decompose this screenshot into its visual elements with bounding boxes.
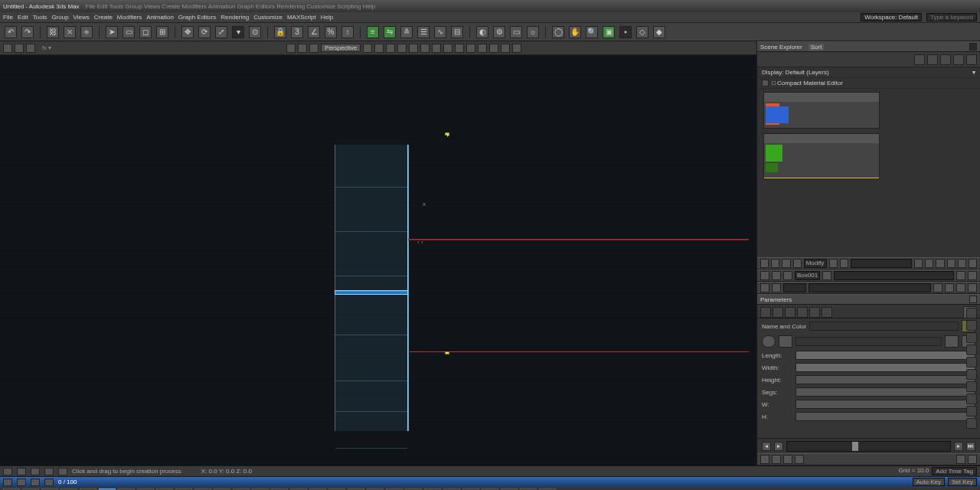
lowbar-b-icon[interactable] xyxy=(17,479,26,486)
pt-j-icon[interactable] xyxy=(947,259,956,268)
maxview-b-icon[interactable]: ▪ xyxy=(619,26,632,38)
scale-icon[interactable]: ⤢ xyxy=(215,26,227,38)
pt-field-modify[interactable]: Modify xyxy=(804,259,827,268)
menu-grapheditors[interactable]: Graph Editors xyxy=(178,14,216,21)
pt2-field-wide[interactable] xyxy=(834,271,954,280)
pt3-f-icon[interactable] xyxy=(968,283,977,292)
pt-a-icon[interactable] xyxy=(760,259,769,268)
time-slider-track[interactable] xyxy=(786,441,951,452)
pt3-field[interactable] xyxy=(783,283,806,292)
rotate-icon[interactable]: ⟳ xyxy=(198,26,211,38)
zoom-icon[interactable]: 🔍 xyxy=(586,26,598,38)
link-icon[interactable]: ⛓ xyxy=(47,26,59,38)
rect-select-icon[interactable]: ◻ xyxy=(139,26,152,38)
tab-utilities-icon[interactable] xyxy=(822,307,832,318)
panel-opt-icon[interactable] xyxy=(969,43,977,51)
pt3-d-icon[interactable] xyxy=(945,283,954,292)
se-view-d-icon[interactable] xyxy=(953,54,964,65)
side-lock-icon[interactable] xyxy=(966,320,977,331)
menu-views[interactable]: Views xyxy=(74,14,90,21)
checkbox-icon[interactable] xyxy=(762,80,769,87)
redo-icon[interactable]: ↷ xyxy=(21,26,34,38)
pt3-c-icon[interactable] xyxy=(933,283,942,292)
status-a-icon[interactable] xyxy=(3,468,12,475)
refcoord-icon[interactable]: ▾ xyxy=(232,26,244,38)
pt-e-icon[interactable] xyxy=(829,259,838,268)
menu-maxscript[interactable]: MAXScript xyxy=(287,14,316,21)
pivot-icon[interactable]: ⊙ xyxy=(249,26,261,38)
vp-cam-icon[interactable] xyxy=(432,44,441,53)
vp-light-icon[interactable] xyxy=(363,44,372,53)
vp-shade-icon[interactable] xyxy=(286,44,296,53)
vp-iso-icon[interactable] xyxy=(26,44,35,53)
cmd-dropdown[interactable] xyxy=(795,337,942,346)
vp-gamma-icon[interactable] xyxy=(455,44,464,53)
height-input[interactable] xyxy=(795,375,975,384)
pt2-a-icon[interactable] xyxy=(760,271,769,280)
menu-tools[interactable]: Tools xyxy=(33,14,47,21)
h-input[interactable] xyxy=(795,412,975,421)
layer-icon[interactable]: ☰ xyxy=(417,26,430,38)
menu-customize[interactable]: Customize xyxy=(253,14,283,21)
schematic-icon[interactable]: ⊟ xyxy=(451,26,463,38)
select-icon[interactable]: ➤ xyxy=(106,26,118,38)
status-d-icon[interactable] xyxy=(44,468,54,475)
side-b-icon[interactable] xyxy=(966,394,977,404)
side-d-icon[interactable] xyxy=(966,418,977,429)
menu-modifiers[interactable]: Modifiers xyxy=(117,14,142,21)
pt2-field[interactable]: Box001 xyxy=(795,271,820,280)
window-cross-icon[interactable]: ⊞ xyxy=(156,26,168,38)
nav-f-icon[interactable] xyxy=(968,455,977,464)
tab-create-icon[interactable] xyxy=(760,307,771,318)
side-make-icon[interactable] xyxy=(966,357,977,368)
vp-bk-icon[interactable] xyxy=(443,44,452,53)
se-view-c-icon[interactable] xyxy=(940,54,951,65)
render-setup-icon[interactable]: ⚙ xyxy=(493,26,505,38)
object-name-field[interactable] xyxy=(809,322,959,331)
undo-icon[interactable]: ↶ xyxy=(5,26,17,38)
pt-i-icon[interactable] xyxy=(936,259,944,268)
nav-c-icon[interactable] xyxy=(783,455,792,464)
render-frame-icon[interactable]: ▭ xyxy=(510,26,522,38)
pt-g-icon[interactable] xyxy=(914,259,923,268)
vp-view-icon[interactable] xyxy=(420,44,430,53)
marker-key-top[interactable] xyxy=(445,132,449,136)
orbit-icon[interactable]: ◯ xyxy=(552,26,564,38)
se-alt-row[interactable]: □ Compact Material Editor xyxy=(757,78,980,89)
side-show-icon[interactable] xyxy=(966,345,977,355)
se-display-row[interactable]: Display: Default (Layers) ▾ xyxy=(757,67,980,78)
pt-c-icon[interactable] xyxy=(782,259,790,268)
menu-animation[interactable]: Animation xyxy=(146,14,174,21)
setkey-button[interactable]: Set Key xyxy=(948,478,977,486)
status-c-icon[interactable] xyxy=(31,468,40,475)
timeslider-prev-icon[interactable]: ◂ xyxy=(762,442,771,451)
cmd-b-icon[interactable] xyxy=(779,335,792,348)
menu-file[interactable]: File xyxy=(3,14,13,21)
pt-h-icon[interactable] xyxy=(925,259,933,268)
pt-b-icon[interactable] xyxy=(771,259,779,268)
lowbar-c-icon[interactable] xyxy=(31,479,40,486)
pt3-a-icon[interactable] xyxy=(760,283,769,292)
select-name-icon[interactable]: ▭ xyxy=(122,26,135,38)
named-sel-icon[interactable]: ≡ xyxy=(367,26,379,38)
tab-display-icon[interactable] xyxy=(809,307,820,318)
side-a-icon[interactable] xyxy=(966,381,977,392)
nav-a-icon[interactable] xyxy=(760,455,769,464)
pt2-b-icon[interactable] xyxy=(772,271,781,280)
w-input[interactable] xyxy=(795,400,975,409)
nav-e-icon[interactable] xyxy=(956,455,965,464)
layer-block-2[interactable] xyxy=(763,133,880,179)
bind-icon[interactable]: ⎆ xyxy=(80,26,93,38)
pt-k-icon[interactable] xyxy=(958,259,966,268)
nav-b-icon[interactable] xyxy=(772,455,781,464)
cmd-c-icon[interactable] xyxy=(945,335,959,348)
scene-explorer-list[interactable] xyxy=(757,89,980,257)
menu-create[interactable]: Create xyxy=(94,14,113,21)
angle-snap-icon[interactable]: ∠ xyxy=(308,26,320,38)
timeslider-next-icon[interactable]: ▸ xyxy=(954,442,963,451)
vp-a-icon[interactable] xyxy=(489,44,498,53)
autokey-button[interactable]: Auto Key xyxy=(913,478,945,486)
selected-section-band[interactable] xyxy=(335,145,408,431)
viewport-canvas[interactable]: x ‹ › xyxy=(0,55,756,466)
vp-shadow-icon[interactable] xyxy=(374,44,384,53)
